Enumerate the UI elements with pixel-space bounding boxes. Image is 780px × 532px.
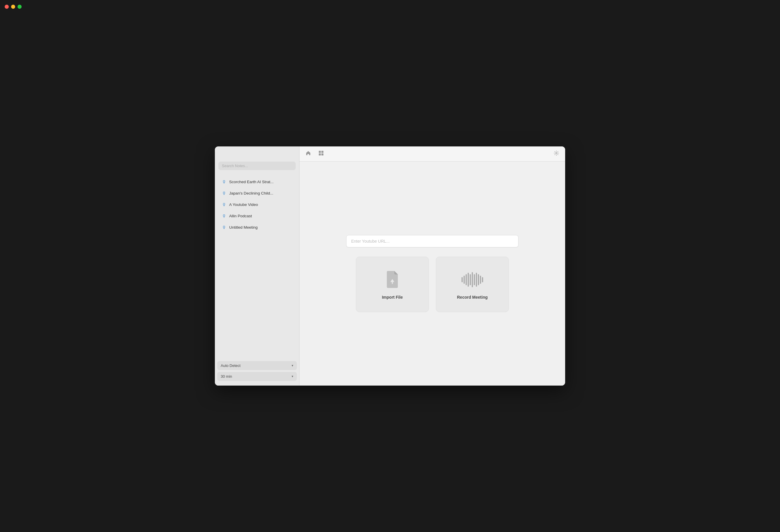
toolbar: [299, 146, 565, 162]
settings-icon[interactable]: [552, 149, 560, 159]
import-file-label: Import File: [382, 295, 403, 300]
svg-point-4: [556, 153, 557, 154]
toolbar-left: [304, 149, 325, 159]
youtube-url-input[interactable]: [346, 235, 519, 247]
record-meeting-card[interactable]: Record Meeting: [436, 257, 509, 312]
note-item-3[interactable]: 🎙 A Youtube Video: [217, 199, 297, 210]
note-label: Scorched Earth AI Strat...: [229, 180, 274, 184]
youtube-input-container: [346, 235, 519, 247]
record-meeting-label: Record Meeting: [457, 295, 487, 300]
mic-icon: 🎙: [222, 213, 226, 218]
toolbar-right: [552, 149, 560, 159]
search-input[interactable]: [218, 162, 296, 170]
sidebar: 🎙 Scorched Earth AI Strat... 🎙 Japan's D…: [215, 146, 299, 386]
svg-rect-3: [322, 153, 324, 155]
content-body: Import File: [299, 162, 565, 386]
notes-list: 🎙 Scorched Earth AI Strat... 🎙 Japan's D…: [215, 175, 299, 358]
note-label: Allin Podcast: [229, 214, 252, 218]
note-label: A Youtube Video: [229, 202, 258, 207]
mic-icon: 🎙: [222, 202, 226, 207]
sidebar-bottom: Auto Detect ▾ 30 min ▾: [215, 358, 299, 386]
action-cards: Import File: [356, 257, 509, 312]
note-label: Japan's Declining Child...: [229, 191, 273, 196]
main-layout: 🎙 Scorched Earth AI Strat... 🎙 Japan's D…: [215, 146, 565, 386]
note-item-5[interactable]: 🎙 Untitled Meeting: [217, 222, 297, 233]
note-label: Untitled Meeting: [229, 225, 258, 229]
search-container: [215, 159, 299, 175]
svg-rect-0: [319, 151, 321, 153]
note-item-4[interactable]: 🎙 Allin Podcast: [217, 211, 297, 221]
svg-rect-1: [322, 151, 324, 153]
duration-label: 30 min: [221, 374, 232, 379]
home-icon[interactable]: [304, 149, 312, 159]
note-item-1[interactable]: 🎙 Scorched Earth AI Strat...: [217, 176, 297, 187]
chevron-down-icon: ▾: [292, 374, 293, 378]
content-area: Import File: [299, 146, 565, 386]
auto-detect-label: Auto Detect: [221, 363, 241, 368]
app-window: 🎙 Scorched Earth AI Strat... 🎙 Japan's D…: [215, 146, 565, 386]
note-item-2[interactable]: 🎙 Japan's Declining Child...: [217, 188, 297, 199]
svg-rect-2: [319, 153, 321, 155]
mic-icon: 🎙: [222, 179, 226, 184]
mic-icon: 🎙: [222, 191, 226, 196]
chevron-down-icon: ▾: [292, 364, 293, 368]
import-file-card[interactable]: Import File: [356, 257, 429, 312]
mic-icon: 🎙: [222, 225, 226, 230]
grid-icon[interactable]: [317, 149, 325, 159]
waveform-icon: [461, 272, 483, 287]
import-file-icon: [382, 269, 403, 290]
record-meeting-icon: [462, 269, 483, 290]
auto-detect-dropdown[interactable]: Auto Detect ▾: [217, 361, 297, 370]
duration-dropdown[interactable]: 30 min ▾: [217, 372, 297, 381]
